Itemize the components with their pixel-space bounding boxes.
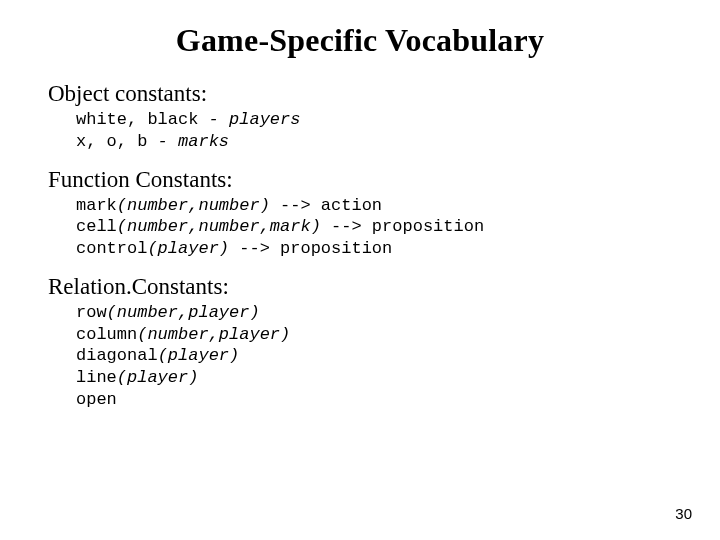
obj-line-1-desc: - marks [147, 132, 229, 151]
rel-line-3-name: line [76, 368, 117, 387]
section-heading-object: Object constants: [48, 81, 672, 107]
section-heading-relation: Relation.Constants: [48, 274, 672, 300]
code-block-relation: row(number,player) column(number,player)… [76, 302, 672, 411]
rel-line-1-name: column [76, 325, 137, 344]
fn-line-2-args: (player) [147, 239, 229, 258]
rel-line-0-args: (number,player) [107, 303, 260, 322]
obj-line-0-literal: white, black [76, 110, 198, 129]
slide: Game-Specific Vocabulary Object constant… [0, 0, 720, 540]
rel-line-1-args: (number,player) [137, 325, 290, 344]
fn-line-1-args: (number,number,mark) [117, 217, 321, 236]
rel-line-0-name: row [76, 303, 107, 322]
fn-line-2-ret: --> proposition [229, 239, 392, 258]
fn-line-0-name: mark [76, 196, 117, 215]
fn-line-1-ret: --> proposition [321, 217, 484, 236]
rel-line-2-name: diagonal [76, 346, 158, 365]
section-heading-function: Function Constants: [48, 167, 672, 193]
rel-line-2-args: (player) [158, 346, 240, 365]
fn-line-2-name: control [76, 239, 147, 258]
fn-line-0-args: (number,number) [117, 196, 270, 215]
code-block-function: mark(number,number) --> action cell(numb… [76, 195, 672, 260]
code-block-object: white, black - players x, o, b - marks [76, 109, 672, 153]
fn-line-0-ret: --> action [270, 196, 382, 215]
page-number: 30 [675, 505, 692, 522]
obj-line-1-literal: x, o, b [76, 132, 147, 151]
fn-line-1-name: cell [76, 217, 117, 236]
rel-line-3-args: (player) [117, 368, 199, 387]
obj-line-0-desc: - players [198, 110, 300, 129]
slide-title: Game-Specific Vocabulary [48, 22, 672, 59]
rel-line-4-name: open [76, 390, 117, 409]
